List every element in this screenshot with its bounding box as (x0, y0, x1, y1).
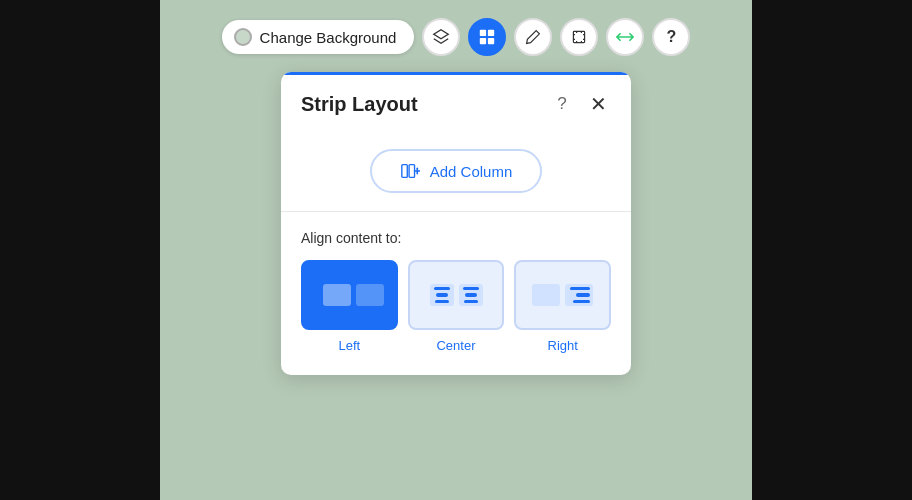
close-icon: ✕ (590, 92, 607, 116)
dialog-close-button[interactable]: ✕ (585, 91, 611, 117)
align-content-label: Align content to: (301, 230, 611, 246)
align-right-label: Right (548, 338, 578, 353)
align-left-label: Left (338, 338, 360, 353)
add-column-icon (400, 161, 420, 181)
align-center-option[interactable]: Center (408, 260, 505, 353)
pen-icon-button[interactable] (514, 18, 552, 56)
svg-rect-1 (488, 30, 494, 36)
pen-icon (525, 29, 541, 45)
add-column-section: Add Column (281, 131, 631, 212)
right-layout-icon (532, 284, 593, 306)
arrows-icon-button[interactable] (606, 18, 644, 56)
change-background-label: Change Background (260, 29, 397, 46)
center-layout-icon (430, 284, 483, 306)
align-section: Align content to: (281, 212, 631, 375)
dialog-header: Strip Layout ? ✕ (281, 72, 631, 131)
svg-rect-5 (402, 165, 407, 178)
align-left-option[interactable]: Left (301, 260, 398, 353)
add-column-button[interactable]: Add Column (370, 149, 543, 193)
change-background-button[interactable]: Change Background (222, 20, 415, 54)
svg-rect-6 (409, 165, 414, 178)
align-left-card[interactable] (301, 260, 398, 330)
left-layout-icon (315, 284, 384, 306)
dialog-help-icon: ? (557, 94, 566, 114)
svg-rect-0 (480, 30, 486, 36)
toolbar: Change Background (222, 18, 691, 56)
grid-icon-button[interactable] (468, 18, 506, 56)
dialog-header-actions: ? ✕ (549, 91, 611, 117)
svg-rect-4 (574, 31, 585, 42)
svg-rect-3 (488, 38, 494, 44)
help-question-mark: ? (666, 28, 676, 46)
frame-icon (571, 29, 587, 45)
arrows-icon (616, 30, 634, 44)
layers-icon-button[interactable] (422, 18, 460, 56)
svg-rect-2 (480, 38, 486, 44)
align-right-card[interactable] (514, 260, 611, 330)
align-center-label: Center (436, 338, 475, 353)
align-right-option[interactable]: Right (514, 260, 611, 353)
frame-icon-button[interactable] (560, 18, 598, 56)
add-column-label: Add Column (430, 163, 513, 180)
dialog-help-button[interactable]: ? (549, 91, 575, 117)
dialog-title: Strip Layout (301, 93, 418, 116)
help-icon-button[interactable]: ? (652, 18, 690, 56)
grid-icon (478, 28, 496, 46)
layers-icon (432, 28, 450, 46)
bg-toggle-dot (234, 28, 252, 46)
align-center-card[interactable] (408, 260, 505, 330)
align-options: Left (301, 260, 611, 353)
strip-layout-dialog: Strip Layout ? ✕ Add Column Align conten… (281, 72, 631, 375)
